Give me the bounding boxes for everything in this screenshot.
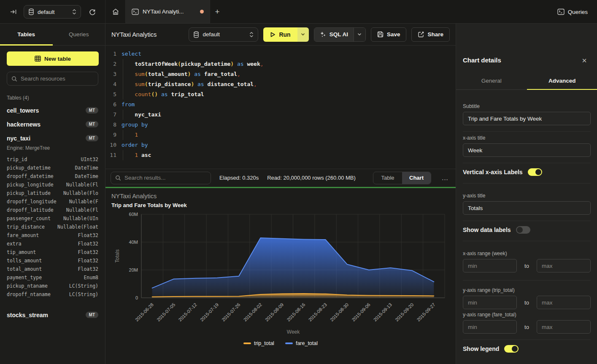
column-row[interactable]: pickup_longitudeNullable(Fl [0, 181, 105, 189]
code-line[interactable]: 6from [105, 100, 456, 110]
legend-item-fare_total[interactable]: fare_total [285, 340, 318, 346]
xrange-min-input[interactable] [463, 259, 517, 272]
table-row-stocks-stream[interactable]: stocks_stream MT [0, 308, 105, 322]
share-button[interactable]: Share [411, 27, 450, 42]
sql-ai-button-main[interactable]: SQL AI [314, 28, 354, 41]
column-name: pickup_ntaname [7, 282, 48, 290]
column-row[interactable]: pickup_datetimeDateTime [0, 164, 105, 172]
results-search-input[interactable] [124, 175, 206, 181]
code-line[interactable]: 5 count() as trip_total [105, 89, 456, 100]
table-row-cell-towers[interactable]: cell_towers MT [0, 103, 105, 117]
collapse-sidebar-button[interactable] [8, 6, 19, 18]
xaxis-title-label: x-axis title [463, 135, 591, 141]
column-type: UInt32 [81, 155, 98, 164]
panel-tabs: General Advanced [456, 72, 597, 90]
sql-ai-dropdown[interactable] [354, 28, 365, 41]
queries-button[interactable]: Queries [557, 5, 588, 18]
panel-tab-advanced[interactable]: Advanced [527, 72, 597, 89]
code-line[interactable]: 7 nyc_taxi [105, 110, 456, 120]
sidebar-tab-tables[interactable]: Tables [0, 24, 53, 45]
code-line[interactable]: 3 sum(total_amount) as fare_total, [105, 69, 456, 79]
run-button-main[interactable]: Run [263, 27, 297, 42]
code-line[interactable]: 2 toStartOfWeek(pickup_datetime) as week… [105, 59, 456, 69]
engine-badge: MT [86, 107, 98, 113]
vertical-labels-row: Vertical x-axis Labels [463, 168, 591, 176]
panel-tab-general[interactable]: General [456, 72, 527, 89]
svg-text:2015-09-20: 2015-09-20 [394, 302, 414, 322]
code-line[interactable]: 9 1 [105, 130, 456, 140]
column-type: LC(String) [69, 282, 98, 290]
vertical-labels-toggle[interactable] [528, 168, 542, 176]
column-row[interactable]: payment_typeEnum8 [0, 273, 105, 282]
home-button[interactable] [105, 0, 126, 23]
xrange-max-input[interactable] [537, 259, 591, 272]
table-row-hackernews[interactable]: hackernews MT [0, 117, 105, 131]
column-name: tolls_amount [7, 256, 42, 265]
column-row[interactable]: dropoff_datetimeDateTime [0, 172, 105, 181]
column-type: Enum8 [84, 273, 98, 282]
divider [463, 163, 591, 163]
show-legend-toggle[interactable] [504, 345, 519, 353]
column-row[interactable]: total_amountFloat32 [0, 265, 105, 273]
run-options-dropdown[interactable] [297, 27, 309, 42]
sidebar-search [7, 72, 98, 86]
query-database-selector[interactable]: default [189, 27, 258, 42]
view-tab-table[interactable]: Table [373, 172, 402, 184]
column-row[interactable]: fare_amountFloat32 [0, 231, 105, 240]
column-row[interactable]: trip_distanceNullable(Float [0, 223, 105, 231]
code-line[interactable]: 11 1 asc [105, 150, 456, 160]
column-name: passenger_count [7, 214, 51, 223]
yrange-trip-max-input[interactable] [537, 296, 591, 309]
column-name: trip_distance [7, 223, 45, 231]
area-chart[interactable]: 020M40M60M2015-06-282015-07-052015-07-12… [105, 189, 456, 337]
plus-icon: + [215, 7, 219, 16]
column-row[interactable]: extraFloat32 [0, 240, 105, 248]
code-line[interactable]: 8group by [105, 120, 456, 130]
column-row[interactable]: pickup_ntanameLC(String) [0, 282, 105, 290]
more-options-button[interactable]: ... [440, 173, 451, 183]
close-panel-button[interactable]: ✕ [579, 56, 589, 66]
column-row[interactable]: passenger_countNullable(UIn [0, 214, 105, 223]
code-line[interactable]: 1select [105, 49, 456, 59]
new-tab-button[interactable]: + [211, 5, 224, 18]
yrange-fare-min-input[interactable] [463, 320, 517, 334]
yaxis-title-input[interactable] [463, 201, 591, 215]
sidebar-tab-queries[interactable]: Queries [53, 24, 105, 45]
play-icon [270, 32, 276, 38]
sql-editor[interactable]: 1select2 toStartOfWeek(pickup_datetime) … [105, 46, 456, 169]
sidebar-search-input[interactable] [21, 75, 94, 82]
code-line[interactable]: 10order by [105, 140, 456, 150]
panel-title: Chart details [463, 57, 501, 64]
run-button[interactable]: Run [263, 27, 308, 42]
database-selector[interactable]: default [24, 5, 81, 19]
column-row[interactable]: dropoff_longitudeNullable(F [0, 197, 105, 206]
tab-nytaxi-analytics[interactable]: NYTaxi Analyti... [126, 0, 210, 23]
yrange-fare-max-input[interactable] [537, 320, 591, 334]
refresh-button[interactable] [86, 5, 99, 18]
table-name: nyc_taxi [7, 135, 30, 142]
sql-ai-button[interactable]: SQL AI [314, 27, 366, 42]
save-button[interactable]: Save [371, 27, 407, 42]
code-line[interactable]: 4 sum(trip_distance) as distance_total, [105, 79, 456, 89]
subtitle-field-group: Subtitle [463, 103, 591, 125]
subtitle-input[interactable] [463, 112, 591, 125]
column-row[interactable]: dropoff_ntanameLC(String) [0, 290, 105, 299]
yrange-trip-min-input[interactable] [463, 296, 517, 309]
table-row-nyc-taxi[interactable]: nyc_taxi MT [0, 131, 105, 145]
column-row[interactable]: trip_idUInt32 [0, 155, 105, 164]
line-number: 5 [105, 89, 116, 100]
column-type: LC(String) [69, 290, 98, 299]
data-labels-toggle[interactable] [516, 226, 530, 234]
column-row[interactable]: dropoff_latitudeNullable(Fl [0, 206, 105, 214]
console-icon [132, 8, 139, 15]
svg-text:2015-07-12: 2015-07-12 [178, 302, 198, 322]
column-row[interactable]: pickup_latitudeNullable(Flo [0, 189, 105, 197]
indent-guide [123, 89, 123, 100]
legend-item-trip_total[interactable]: trip_total [243, 340, 274, 346]
view-tab-chart[interactable]: Chart [402, 172, 431, 184]
column-row[interactable]: tip_amountFloat32 [0, 248, 105, 256]
new-table-button[interactable]: New table [7, 51, 99, 66]
svg-text:2015-08-30: 2015-08-30 [329, 302, 349, 322]
column-row[interactable]: tolls_amountFloat32 [0, 256, 105, 265]
xaxis-title-input[interactable] [463, 143, 591, 157]
